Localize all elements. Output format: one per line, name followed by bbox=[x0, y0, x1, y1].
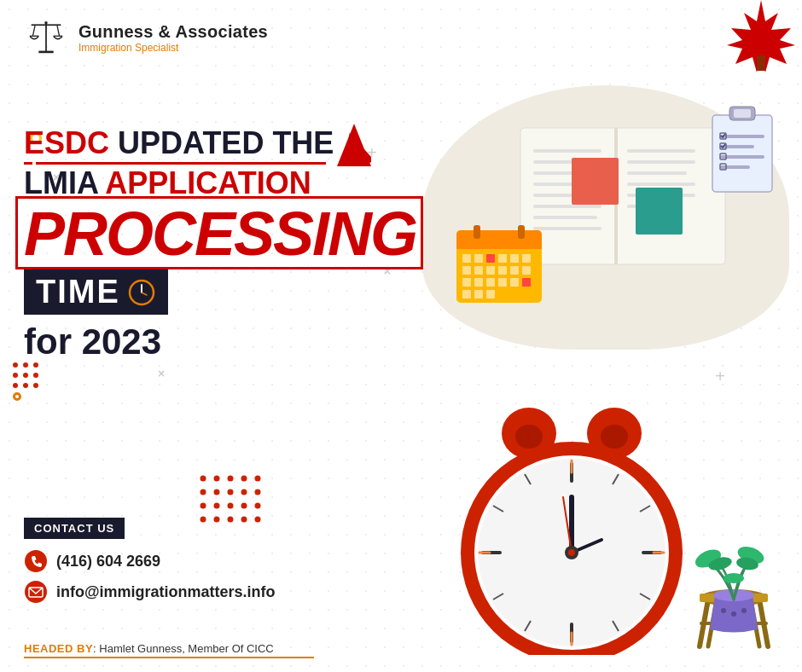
svg-rect-56 bbox=[510, 266, 519, 275]
svg-point-140 bbox=[23, 373, 28, 378]
svg-point-121 bbox=[200, 490, 206, 495]
processing-container: PROCESSING bbox=[24, 203, 416, 264]
svg-point-142 bbox=[13, 383, 18, 388]
svg-rect-33 bbox=[720, 135, 764, 138]
svg-point-141 bbox=[33, 373, 38, 378]
for-2023: for 2023 bbox=[24, 322, 391, 362]
svg-rect-22 bbox=[627, 149, 695, 153]
svg-rect-95 bbox=[601, 646, 614, 655]
contact-section: CONTACT US (416) 604 2669 info@immigrati… bbox=[24, 518, 276, 604]
svg-rect-57 bbox=[522, 266, 531, 275]
svg-rect-25 bbox=[627, 182, 695, 186]
svg-rect-1 bbox=[38, 51, 53, 54]
svg-rect-0 bbox=[45, 23, 47, 53]
svg-point-119 bbox=[241, 476, 247, 482]
contact-us-label: CONTACT US bbox=[34, 522, 114, 535]
svg-rect-59 bbox=[474, 278, 483, 287]
contact-us-badge: CONTACT US bbox=[24, 518, 125, 539]
svg-point-120 bbox=[255, 476, 261, 482]
svg-rect-62 bbox=[510, 278, 519, 287]
svg-point-138 bbox=[33, 362, 38, 368]
company-name: Gunness & Associates bbox=[78, 22, 268, 42]
svg-rect-43 bbox=[456, 240, 542, 249]
svg-point-70 bbox=[601, 425, 628, 449]
svg-point-122 bbox=[214, 490, 220, 495]
svg-point-112 bbox=[724, 573, 744, 583]
time-text: TIME bbox=[36, 274, 120, 310]
svg-rect-8 bbox=[757, 55, 765, 71]
title-line2: LMIA APPLICATION bbox=[24, 166, 391, 200]
headed-by-label: HEADED BY bbox=[24, 642, 93, 655]
svg-rect-50 bbox=[510, 254, 519, 263]
svg-point-139 bbox=[13, 373, 18, 378]
svg-rect-35 bbox=[720, 155, 764, 159]
time-row: TIME bbox=[24, 269, 391, 315]
maple-leaf-container bbox=[718, 0, 802, 84]
svg-rect-46 bbox=[462, 254, 471, 263]
svg-point-113 bbox=[721, 608, 726, 613]
svg-rect-53 bbox=[474, 266, 483, 275]
svg-rect-24 bbox=[627, 171, 687, 175]
svg-point-116 bbox=[200, 476, 206, 482]
svg-rect-23 bbox=[627, 160, 695, 164]
plant-illustration bbox=[683, 480, 785, 651]
svg-point-115 bbox=[741, 608, 747, 613]
svg-rect-64 bbox=[462, 290, 471, 298]
svg-rect-52 bbox=[462, 266, 471, 275]
svg-rect-36 bbox=[720, 165, 750, 169]
processing-border bbox=[15, 196, 423, 269]
svg-rect-19 bbox=[533, 205, 602, 208]
header: Gunness & Associates Immigration Special… bbox=[24, 15, 268, 60]
svg-point-128 bbox=[228, 503, 234, 509]
svg-rect-60 bbox=[486, 278, 495, 287]
svg-rect-54 bbox=[486, 266, 495, 275]
svg-line-5 bbox=[57, 26, 60, 36]
clock-small-icon bbox=[127, 278, 156, 307]
svg-point-130 bbox=[255, 503, 261, 509]
svg-point-125 bbox=[255, 490, 261, 495]
svg-rect-49 bbox=[498, 254, 507, 263]
clock-illustration bbox=[452, 399, 691, 655]
svg-point-91 bbox=[568, 549, 575, 556]
svg-point-143 bbox=[23, 383, 28, 388]
svg-point-124 bbox=[241, 490, 247, 495]
svg-rect-51 bbox=[522, 254, 531, 263]
svg-point-136 bbox=[13, 362, 18, 368]
svg-point-129 bbox=[241, 503, 247, 509]
company-subtitle: Immigration Specialist bbox=[78, 42, 268, 54]
email-row: info@immigrationmatters.info bbox=[24, 580, 276, 604]
svg-rect-14 bbox=[533, 149, 602, 153]
logo-icon bbox=[24, 15, 68, 60]
phone-row: (416) 604 2669 bbox=[24, 549, 276, 573]
svg-rect-55 bbox=[498, 266, 507, 275]
svg-point-149 bbox=[25, 550, 47, 572]
svg-point-123 bbox=[228, 490, 234, 495]
svg-rect-65 bbox=[474, 290, 483, 298]
svg-rect-44 bbox=[474, 225, 480, 239]
headed-by: HEADED BY: Hamlet Gunness, Member Of CIC… bbox=[24, 642, 274, 655]
svg-point-144 bbox=[33, 383, 38, 388]
time-box: TIME bbox=[24, 269, 168, 315]
svg-rect-48 bbox=[486, 254, 495, 263]
svg-rect-47 bbox=[474, 254, 483, 263]
red-dots-left bbox=[9, 358, 51, 418]
svg-point-150 bbox=[25, 581, 47, 603]
bottom-divider bbox=[24, 657, 314, 658]
maple-leaf-icon bbox=[718, 0, 802, 81]
headed-by-value: Hamlet Gunness, Member Of CICC bbox=[99, 642, 273, 655]
svg-rect-28 bbox=[572, 158, 619, 205]
svg-rect-61 bbox=[498, 278, 507, 287]
svg-rect-45 bbox=[518, 225, 525, 239]
svg-rect-34 bbox=[720, 145, 754, 148]
svg-rect-2 bbox=[32, 24, 61, 26]
svg-rect-66 bbox=[486, 290, 495, 298]
title-line1: ESDC UPDATED THE bbox=[24, 126, 391, 160]
svg-rect-29 bbox=[636, 188, 683, 235]
svg-point-118 bbox=[228, 476, 234, 482]
deco-plus-2: + bbox=[715, 367, 725, 386]
phone-number: (416) 604 2669 bbox=[56, 553, 160, 571]
clipboard-illustration bbox=[708, 102, 776, 196]
email-icon bbox=[24, 580, 48, 604]
svg-rect-63 bbox=[522, 278, 531, 287]
phone-icon bbox=[24, 549, 48, 573]
